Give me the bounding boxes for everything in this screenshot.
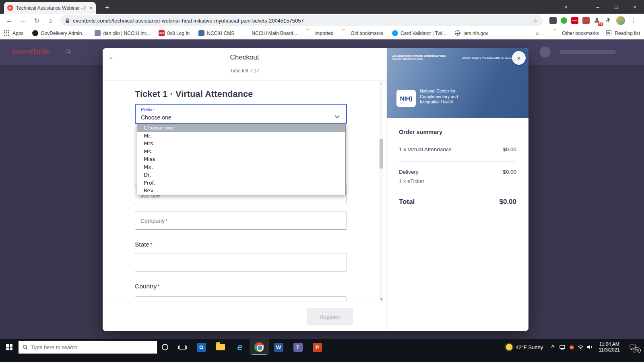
required-asterisk: * — [157, 283, 159, 290]
bookmark-govdelivery[interactable]: GovDelivery Admin... — [32, 30, 86, 36]
browser-menu-icon[interactable]: ⋮ — [629, 17, 638, 24]
modal-scrollbar[interactable]: ▲ ▼ — [379, 81, 383, 302]
register-button[interactable]: Register — [307, 308, 353, 325]
red-extension-icon[interactable] — [582, 17, 590, 24]
task-view-button[interactable] — [173, 339, 192, 355]
bookmark-imported[interactable]: Imported — [306, 30, 333, 36]
tray-volume-icon[interactable] — [586, 339, 595, 355]
bookmark-label: iam.nih.gov — [463, 31, 488, 36]
bookmark-card-validator[interactable]: Card Validator | Twi... — [392, 30, 446, 36]
taskbar-chrome[interactable] — [250, 339, 269, 355]
url-text: eventbrite.com/e/technical-assistance-we… — [73, 18, 530, 24]
bookmark-8x8[interactable]: 8x8 8x8 Log In — [159, 30, 190, 36]
dropdown-option-mr[interactable]: Mr. — [137, 132, 345, 140]
dropdown-option-rev[interactable]: Rev. — [137, 187, 345, 195]
bookmark-old-bookmarks[interactable]: Old bookmarks — [342, 30, 383, 36]
tray-device-icon[interactable] — [558, 339, 567, 355]
profile-avatar[interactable] — [616, 16, 625, 25]
state-question-label: State* — [135, 241, 153, 248]
globe-icon — [455, 30, 461, 36]
bookmark-label: Imported — [314, 31, 333, 36]
other-bookmarks-folder-icon — [553, 30, 559, 36]
cms-icon — [198, 30, 204, 36]
dropdown-option-dr[interactable]: Dr. — [137, 171, 345, 179]
home-button[interactable]: ⌂ — [44, 15, 56, 26]
checkout-footer: Register — [103, 302, 386, 331]
taskbar-search[interactable] — [19, 341, 157, 354]
taskbar-weather[interactable]: 42°F Sunny — [501, 344, 548, 350]
bookmark-nccih-cms[interactable]: NCCIH CMS — [198, 30, 234, 36]
bookmark-apps[interactable]: Apps — [4, 30, 23, 36]
extensions-row: ABP 18 ⋮ — [547, 16, 641, 25]
taskbar-file-explorer[interactable] — [211, 339, 230, 355]
tray-network-icon[interactable] — [576, 339, 586, 355]
govdelivery-icon — [32, 30, 38, 36]
tray-expand-icon[interactable]: ^ — [548, 344, 557, 350]
scroll-up-icon[interactable]: ▲ — [379, 82, 384, 85]
start-button[interactable] — [0, 339, 19, 355]
dropdown-option-miss[interactable]: Miss — [137, 155, 345, 163]
bookmark-dan-cilo[interactable]: dan cilo | NCCIH Int... — [95, 30, 150, 36]
taskbar-word[interactable]: W — [269, 339, 288, 355]
maximize-button[interactable]: □ — [607, 0, 625, 14]
dropdown-option-prof[interactable]: Prof. — [137, 179, 345, 187]
bookmark-iam-nih[interactable]: iam.nih.gov — [455, 30, 488, 36]
scroll-down-icon[interactable]: ▼ — [379, 298, 384, 300]
new-tab-button[interactable]: + — [101, 2, 113, 13]
tab-search-icon[interactable]: ∨ — [559, 0, 573, 14]
bookmark-nccih-board[interactable]: NCCIH Main Board... — [243, 30, 297, 36]
nih-center-name: National Center for Complementary and In… — [420, 88, 458, 105]
minimize-button[interactable]: – — [588, 0, 607, 14]
modal-close-button[interactable]: × — [512, 51, 526, 65]
company-field[interactable]: Company* — [135, 212, 347, 230]
green-extension-icon[interactable] — [561, 17, 567, 24]
bookmark-star-icon[interactable]: ☆ — [533, 17, 538, 24]
hhs-line1: U.S. Department of Health & Human Servic… — [392, 54, 446, 58]
taskbar-teams[interactable]: T — [288, 339, 308, 355]
taskbar-search-input[interactable] — [31, 344, 153, 350]
window-controls: – □ × — [588, 0, 644, 14]
action-center-button[interactable]: 40 — [624, 339, 642, 355]
nih-name-line: Complementary and — [420, 94, 458, 100]
tab-close-icon[interactable]: × — [89, 5, 93, 11]
total-price: $0.00 — [499, 198, 516, 206]
taskbar-clock[interactable]: 11:04 AM 11/3/2021 — [595, 341, 624, 353]
dark-extension-icon[interactable] — [549, 17, 557, 24]
cortana-button[interactable] — [157, 339, 173, 355]
country-input[interactable] — [135, 296, 347, 302]
extensions-puzzle-icon[interactable] — [605, 17, 612, 24]
dropdown-option-mx[interactable]: Mx. — [137, 163, 345, 171]
forward-button[interactable]: → — [17, 15, 29, 26]
delivery-label: Delivery — [399, 169, 419, 175]
modal-title: Checkout — [103, 53, 386, 62]
other-bookmarks[interactable]: Other bookmarks — [553, 30, 599, 36]
prefix-label: Prefix — [141, 107, 152, 112]
dropdown-option-choose-one[interactable]: Choose one — [137, 124, 345, 132]
total-label: Total — [399, 198, 415, 206]
twitter-icon — [392, 30, 398, 36]
checkout-modal: ← Checkout Time left 7:17 Ticket 1 · Vir… — [103, 48, 528, 331]
dropdown-option-ms[interactable]: Ms. — [137, 148, 345, 156]
taskbar-outlook[interactable]: O — [192, 339, 211, 355]
state-input[interactable] — [135, 253, 347, 272]
back-button[interactable]: ← — [3, 15, 15, 26]
tray-status-icon[interactable] — [567, 339, 576, 355]
taskbar-internet-explorer[interactable]: e — [230, 339, 250, 355]
browser-tab[interactable]: e Technical Assistance Webinar - H × — [4, 2, 96, 14]
reading-list-button[interactable]: Reading list — [606, 30, 640, 36]
scrollbar-thumb[interactable] — [380, 139, 383, 169]
bookmark-label: GovDelivery Admin... — [41, 31, 86, 36]
profile-extension-icon[interactable]: 18 — [594, 17, 601, 24]
outlook-icon: O — [197, 343, 206, 352]
window-close-button[interactable]: × — [625, 0, 644, 14]
page-avatar — [540, 47, 551, 58]
taskbar-powerpoint[interactable]: P — [308, 339, 327, 355]
bookmark-label: Apps — [12, 31, 23, 36]
reload-button[interactable]: ↻ — [31, 15, 43, 26]
prefix-select[interactable]: Prefix* Choose one — [135, 104, 347, 124]
address-bar[interactable]: eventbrite.com/e/technical-assistance-we… — [60, 15, 543, 26]
bookmarks-bar: Apps GovDelivery Admin... dan cilo | NCC… — [0, 27, 644, 39]
bookmarks-overflow-icon[interactable]: » — [536, 30, 539, 36]
dropdown-option-mrs[interactable]: Mrs. — [137, 140, 345, 148]
abp-extension-icon[interactable]: ABP — [571, 17, 578, 24]
